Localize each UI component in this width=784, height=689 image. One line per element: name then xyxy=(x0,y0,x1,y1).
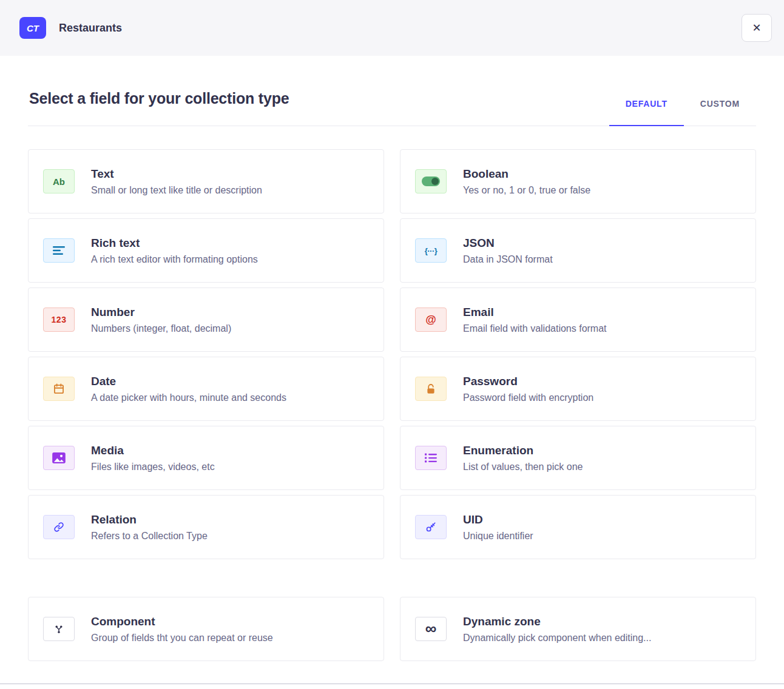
content-type-badge: CT xyxy=(19,17,46,39)
media-image-icon xyxy=(43,446,75,470)
field-description: Data in JSON format xyxy=(463,254,553,265)
component-nodes-icon xyxy=(43,617,75,641)
modal-content: Select a field for your collection type … xyxy=(0,90,784,661)
card-text-block: Number Numbers (integer, float, decimal) xyxy=(91,306,231,334)
boolean-toggle-icon xyxy=(415,169,447,193)
card-text-block: Component Group of fields tht you can re… xyxy=(91,615,273,644)
field-name: Enumeration xyxy=(463,444,583,457)
close-button[interactable]: ✕ xyxy=(742,14,772,42)
toggle-glyph xyxy=(422,176,440,186)
ab-glyph: Ab xyxy=(53,176,65,187)
date-calendar-icon xyxy=(43,377,75,401)
field-name: Email xyxy=(463,306,607,319)
calendar-glyph xyxy=(53,383,65,395)
page-title: Select a field for your collection type xyxy=(29,90,289,107)
field-card-text[interactable]: Ab Text Small or long text like title or… xyxy=(28,149,384,213)
card-text-block: Date A date picker with hours, minute an… xyxy=(91,375,286,403)
nodes-glyph xyxy=(53,623,64,634)
list-glyph xyxy=(425,453,437,463)
field-name: Dynamic zone xyxy=(463,615,651,628)
field-name: Date xyxy=(91,375,286,388)
card-text-block: Media Files like images, videos, etc xyxy=(91,444,215,472)
rich-text-icon xyxy=(43,238,75,263)
field-name: Rich text xyxy=(91,237,258,250)
key-glyph xyxy=(425,522,436,533)
card-text-block: Boolean Yes or no, 1 or 0, true or false xyxy=(463,167,590,196)
field-name: Text xyxy=(91,167,262,181)
align-left-glyph xyxy=(53,246,65,255)
enumeration-list-icon xyxy=(415,446,447,470)
tab-custom[interactable]: CUSTOM xyxy=(684,99,756,126)
field-name: Relation xyxy=(91,513,208,526)
field-description: Unique identifier xyxy=(463,531,533,542)
tab-bar: DEFAULT CUSTOM xyxy=(609,99,756,126)
field-card-enumeration[interactable]: Enumeration List of values, then pick on… xyxy=(400,426,756,490)
title-row: Select a field for your collection type … xyxy=(28,90,756,126)
close-icon: ✕ xyxy=(752,21,761,35)
card-text-block: Rich text A rich text editor with format… xyxy=(91,237,258,265)
numbers-glyph: 123 xyxy=(52,315,67,324)
card-text-block: Relation Refers to a Collection Type xyxy=(91,513,208,542)
field-description: Yes or no, 1 or 0, true or false xyxy=(463,185,590,196)
field-description: A date picker with hours, minute and sec… xyxy=(91,392,286,403)
field-description: A rich text editor with formating option… xyxy=(91,254,258,265)
field-name: Password xyxy=(463,375,593,388)
field-card-password[interactable]: Password Password field with encryption xyxy=(400,357,756,421)
field-card-email[interactable]: @ Email Email field with validations for… xyxy=(400,287,756,352)
json-braces-icon: {···} xyxy=(415,238,447,263)
field-name: JSON xyxy=(463,237,553,250)
card-text-block: UID Unique identifier xyxy=(463,513,533,542)
card-text-block: Dynamic zone Dynamically pick component … xyxy=(463,615,651,644)
tab-default[interactable]: DEFAULT xyxy=(609,99,684,126)
relation-link-icon xyxy=(43,515,75,539)
field-description: Files like images, videos, etc xyxy=(91,462,215,472)
card-text-block: Password Password field with encryption xyxy=(463,375,593,403)
field-description: List of values, then pick one xyxy=(463,462,583,472)
card-text-block: Enumeration List of values, then pick on… xyxy=(463,444,583,472)
card-text-block: Text Small or long text like title or de… xyxy=(91,167,262,196)
field-card-dynamic-zone[interactable]: ∞ Dynamic zone Dynamically pick componen… xyxy=(400,597,756,661)
field-card-number[interactable]: 123 Number Numbers (integer, float, deci… xyxy=(28,287,384,352)
field-card-date[interactable]: Date A date picker with hours, minute an… xyxy=(28,357,384,421)
field-grid-advanced: Component Group of fields tht you can re… xyxy=(28,597,756,661)
lock-glyph xyxy=(425,383,436,395)
image-glyph xyxy=(52,452,66,463)
uid-key-icon xyxy=(415,515,447,539)
link-glyph xyxy=(53,522,64,533)
field-card-component[interactable]: Component Group of fields tht you can re… xyxy=(28,597,384,661)
field-description: Small or long text like title or descrip… xyxy=(91,185,262,196)
field-grid: Ab Text Small or long text like title or… xyxy=(28,149,756,559)
braces-glyph: {···} xyxy=(425,246,438,255)
field-name: Media xyxy=(91,444,215,457)
field-description: Group of fields tht you can repeat or re… xyxy=(91,633,273,644)
field-description: Password field with encryption xyxy=(463,392,593,403)
field-card-boolean[interactable]: Boolean Yes or no, 1 or 0, true or false xyxy=(400,149,756,213)
content-type-title: Restaurants xyxy=(59,22,122,35)
field-description: Refers to a Collection Type xyxy=(91,531,208,542)
modal-header: CT Restaurants ✕ xyxy=(0,0,784,56)
modal-footer-edge xyxy=(0,684,784,689)
field-description: Numbers (integer, float, decimal) xyxy=(91,323,231,334)
field-card-uid[interactable]: UID Unique identifier xyxy=(400,495,756,559)
field-card-rich-text[interactable]: Rich text A rich text editor with format… xyxy=(28,218,384,283)
card-text-block: JSON Data in JSON format xyxy=(463,237,553,265)
field-name: Boolean xyxy=(463,167,590,181)
number-icon: 123 xyxy=(43,308,75,332)
field-name: UID xyxy=(463,513,533,526)
field-description: Email field with validations format xyxy=(463,323,607,334)
field-name: Component xyxy=(91,615,273,628)
field-card-relation[interactable]: Relation Refers to a Collection Type xyxy=(28,495,384,559)
field-card-media[interactable]: Media Files like images, videos, etc xyxy=(28,426,384,490)
field-description: Dynamically pick component when editing.… xyxy=(463,633,651,644)
email-at-icon: @ xyxy=(415,308,447,332)
card-text-block: Email Email field with validations forma… xyxy=(463,306,607,334)
field-name: Number xyxy=(91,306,231,319)
infinity-glyph: ∞ xyxy=(425,620,437,636)
field-card-json[interactable]: {···} JSON Data in JSON format xyxy=(400,218,756,283)
at-glyph: @ xyxy=(425,314,436,326)
password-lock-icon xyxy=(415,377,447,401)
text-field-icon: Ab xyxy=(43,169,75,193)
dynamic-zone-infinity-icon: ∞ xyxy=(415,617,447,641)
